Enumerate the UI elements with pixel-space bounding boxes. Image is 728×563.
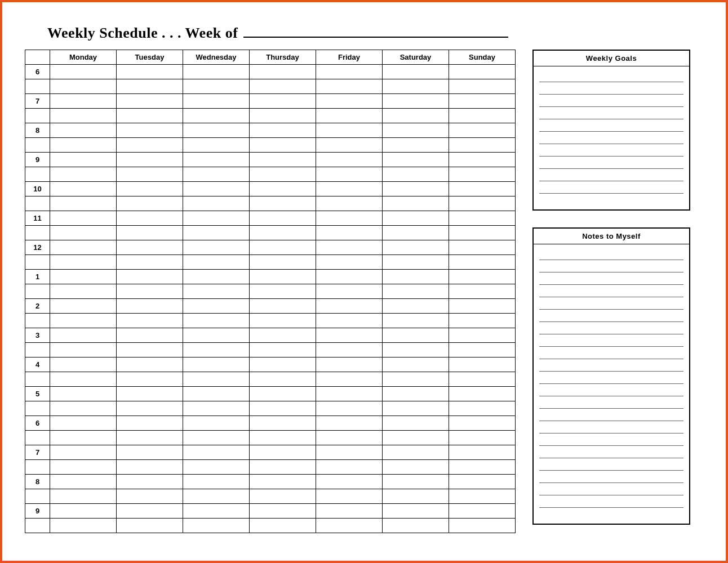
schedule-cell[interactable] — [250, 358, 316, 372]
schedule-cell[interactable] — [50, 226, 117, 240]
schedule-cell[interactable] — [250, 284, 316, 299]
schedule-cell[interactable] — [316, 460, 383, 475]
schedule-cell[interactable] — [316, 314, 383, 328]
schedule-cell[interactable] — [183, 328, 250, 343]
schedule-cell[interactable] — [50, 504, 117, 519]
schedule-cell[interactable] — [50, 109, 117, 123]
schedule-cell[interactable] — [383, 343, 449, 358]
schedule-cell[interactable] — [183, 284, 250, 299]
schedule-cell[interactable] — [383, 270, 449, 284]
schedule-cell[interactable] — [250, 401, 316, 416]
schedule-cell[interactable] — [250, 211, 316, 226]
writing-line[interactable] — [539, 396, 683, 409]
schedule-cell[interactable] — [183, 270, 250, 284]
schedule-cell[interactable] — [316, 519, 383, 533]
schedule-cell[interactable] — [50, 138, 117, 153]
schedule-cell[interactable] — [183, 314, 250, 328]
schedule-cell[interactable] — [449, 109, 516, 123]
schedule-cell[interactable] — [449, 284, 516, 299]
writing-line[interactable] — [539, 421, 683, 434]
writing-line[interactable] — [539, 409, 683, 421]
schedule-cell[interactable] — [250, 196, 316, 211]
schedule-cell[interactable] — [316, 401, 383, 416]
schedule-cell[interactable] — [183, 460, 250, 475]
schedule-cell[interactable] — [449, 240, 516, 255]
schedule-cell[interactable] — [449, 270, 516, 284]
schedule-cell[interactable] — [449, 372, 516, 387]
schedule-cell[interactable] — [117, 182, 183, 196]
schedule-cell[interactable] — [117, 489, 183, 504]
schedule-cell[interactable] — [117, 460, 183, 475]
writing-line[interactable] — [539, 107, 683, 119]
schedule-cell[interactable] — [383, 328, 449, 343]
writing-line[interactable] — [539, 384, 683, 396]
schedule-cell[interactable] — [383, 475, 449, 489]
schedule-cell[interactable] — [117, 519, 183, 533]
schedule-cell[interactable] — [250, 328, 316, 343]
schedule-cell[interactable] — [50, 431, 117, 445]
schedule-cell[interactable] — [383, 109, 449, 123]
schedule-cell[interactable] — [383, 240, 449, 255]
writing-line[interactable] — [539, 458, 683, 471]
schedule-cell[interactable] — [50, 358, 117, 372]
schedule-cell[interactable] — [449, 416, 516, 431]
schedule-cell[interactable] — [383, 65, 449, 79]
schedule-cell[interactable] — [383, 94, 449, 109]
schedule-cell[interactable] — [316, 226, 383, 240]
schedule-cell[interactable] — [383, 460, 449, 475]
schedule-cell[interactable] — [250, 387, 316, 401]
schedule-cell[interactable] — [250, 416, 316, 431]
schedule-cell[interactable] — [383, 138, 449, 153]
schedule-cell[interactable] — [183, 387, 250, 401]
schedule-cell[interactable] — [316, 416, 383, 431]
writing-line[interactable] — [539, 434, 683, 446]
schedule-cell[interactable] — [117, 65, 183, 79]
schedule-cell[interactable] — [183, 240, 250, 255]
schedule-cell[interactable] — [117, 358, 183, 372]
schedule-cell[interactable] — [183, 372, 250, 387]
schedule-cell[interactable] — [316, 299, 383, 314]
schedule-cell[interactable] — [117, 372, 183, 387]
schedule-cell[interactable] — [50, 240, 117, 255]
schedule-cell[interactable] — [316, 153, 383, 167]
schedule-cell[interactable] — [117, 401, 183, 416]
schedule-cell[interactable] — [250, 123, 316, 138]
schedule-cell[interactable] — [250, 240, 316, 255]
writing-line[interactable] — [539, 132, 683, 144]
writing-line[interactable] — [539, 297, 683, 310]
schedule-cell[interactable] — [117, 284, 183, 299]
schedule-cell[interactable] — [449, 460, 516, 475]
schedule-cell[interactable] — [183, 109, 250, 123]
schedule-cell[interactable] — [449, 401, 516, 416]
schedule-cell[interactable] — [250, 65, 316, 79]
schedule-cell[interactable] — [183, 431, 250, 445]
schedule-cell[interactable] — [449, 255, 516, 270]
schedule-cell[interactable] — [250, 299, 316, 314]
schedule-cell[interactable] — [250, 226, 316, 240]
schedule-cell[interactable] — [117, 328, 183, 343]
schedule-cell[interactable] — [183, 196, 250, 211]
schedule-cell[interactable] — [250, 182, 316, 196]
schedule-cell[interactable] — [117, 270, 183, 284]
schedule-cell[interactable] — [250, 489, 316, 504]
schedule-cell[interactable] — [117, 255, 183, 270]
schedule-cell[interactable] — [250, 167, 316, 182]
schedule-cell[interactable] — [50, 123, 117, 138]
schedule-cell[interactable] — [183, 519, 250, 533]
schedule-cell[interactable] — [383, 431, 449, 445]
schedule-cell[interactable] — [449, 211, 516, 226]
schedule-cell[interactable] — [183, 211, 250, 226]
writing-line[interactable] — [539, 260, 683, 272]
schedule-cell[interactable] — [316, 123, 383, 138]
schedule-cell[interactable] — [50, 65, 117, 79]
schedule-cell[interactable] — [250, 431, 316, 445]
schedule-cell[interactable] — [250, 94, 316, 109]
schedule-cell[interactable] — [50, 196, 117, 211]
schedule-cell[interactable] — [183, 65, 250, 79]
schedule-cell[interactable] — [117, 211, 183, 226]
schedule-cell[interactable] — [183, 138, 250, 153]
schedule-cell[interactable] — [383, 387, 449, 401]
writing-line[interactable] — [539, 181, 683, 194]
schedule-cell[interactable] — [316, 431, 383, 445]
schedule-cell[interactable] — [449, 314, 516, 328]
